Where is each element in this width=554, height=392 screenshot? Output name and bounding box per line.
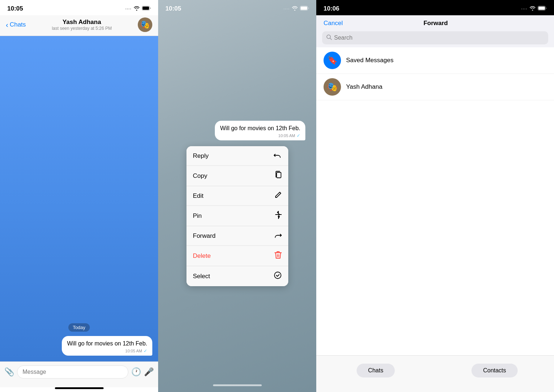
status-time-p3: 10:06 bbox=[324, 5, 339, 12]
date-pill-label: Today bbox=[68, 323, 90, 332]
list-item-yash-adhana[interactable]: 🎭 Yash Adhana bbox=[316, 74, 554, 100]
p3-nav: Cancel Forward bbox=[316, 15, 554, 31]
cancel-button[interactable]: Cancel bbox=[324, 20, 343, 27]
context-menu-delete[interactable]: Delete bbox=[186, 246, 288, 266]
contacts-tab-label: Contacts bbox=[471, 364, 518, 377]
svg-rect-11 bbox=[538, 7, 545, 10]
p2-read-check-icon: ✓ bbox=[297, 133, 300, 138]
context-menu-copy[interactable]: Copy bbox=[186, 166, 288, 186]
status-bar-p3: 10:06 ···· bbox=[316, 0, 554, 15]
contact-status: last seen yesterday at 5:26 PM bbox=[52, 26, 112, 31]
edit-label: Edit bbox=[193, 192, 204, 200]
svg-rect-1 bbox=[142, 7, 149, 10]
attachment-icon[interactable]: 📎 bbox=[4, 367, 14, 377]
reply-label: Reply bbox=[193, 152, 209, 160]
context-menu-pin[interactable]: Pin bbox=[186, 206, 288, 226]
p2-message-text: Will go for movies on 12th Feb. bbox=[220, 124, 300, 132]
input-bar: 📎 🕐 🎤 bbox=[0, 361, 158, 387]
panel-chat-screen: 10:05 ···· ‹ Chats bbox=[0, 0, 158, 392]
status-time-p1: 10:05 bbox=[7, 5, 23, 12]
battery-icon-p2 bbox=[300, 5, 309, 12]
status-icons-p3: ···· bbox=[521, 5, 547, 12]
select-label: Select bbox=[193, 273, 210, 280]
list-item-saved-messages[interactable]: 🔖 Saved Messages bbox=[316, 47, 554, 74]
forward-icon bbox=[274, 231, 282, 240]
chats-tab-label: Chats bbox=[357, 364, 395, 377]
home-indicator-p1 bbox=[55, 387, 104, 389]
mic-icon[interactable]: 🎤 bbox=[144, 367, 154, 377]
reply-icon bbox=[274, 151, 282, 160]
signal-icon-p2: ···· bbox=[284, 6, 290, 11]
contact-avatar[interactable]: 🎭 bbox=[138, 17, 152, 32]
yash-adhana-name: Yash Adhana bbox=[346, 83, 382, 91]
copy-icon bbox=[274, 171, 282, 181]
status-icons-p2: ···· bbox=[284, 5, 309, 12]
status-bar-p1: 10:05 ···· bbox=[0, 0, 158, 15]
saved-messages-avatar: 🔖 bbox=[324, 52, 341, 69]
back-label[interactable]: Chats bbox=[10, 21, 26, 28]
nav-center: Yash Adhana last seen yesterday at 5:26 … bbox=[52, 19, 112, 31]
saved-messages-name: Saved Messages bbox=[346, 57, 393, 64]
clock-icon[interactable]: 🕐 bbox=[131, 367, 141, 377]
p2-bottom bbox=[158, 384, 316, 392]
status-bar-p2: 10:05 ···· bbox=[158, 0, 316, 15]
svg-point-9 bbox=[274, 272, 281, 279]
pin-label: Pin bbox=[193, 212, 202, 220]
tab-bar: Chats Contacts bbox=[316, 355, 554, 392]
chat-background: Today Will go for movies on 12th Feb. 10… bbox=[0, 36, 158, 361]
forward-list: 🔖 Saved Messages 🎭 Yash Adhana bbox=[316, 47, 554, 355]
delete-icon bbox=[274, 251, 282, 261]
message-bubble[interactable]: Will go for movies on 12th Feb. 10:05 AM… bbox=[62, 336, 152, 356]
svg-rect-3 bbox=[301, 7, 307, 10]
wifi-icon-p2 bbox=[292, 5, 298, 12]
signal-icon-p3: ···· bbox=[521, 6, 527, 11]
date-separator: Today bbox=[6, 323, 152, 332]
forward-title: Forward bbox=[423, 20, 448, 27]
bookmark-icon: 🔖 bbox=[328, 56, 337, 65]
context-menu-reply[interactable]: Reply bbox=[186, 146, 288, 166]
back-chevron-icon: ‹ bbox=[6, 21, 8, 29]
search-input[interactable] bbox=[334, 35, 544, 41]
p2-chat-area: Will go for movies on 12th Feb. 10:05 AM… bbox=[158, 15, 316, 384]
svg-rect-4 bbox=[277, 172, 281, 178]
pin-icon bbox=[275, 211, 282, 221]
panel-context-menu: 10:05 ···· Will go bbox=[158, 0, 316, 392]
panel-forward-screen: 10:06 ···· Cancel Forward bbox=[316, 0, 554, 392]
p2-message-bubble[interactable]: Will go for movies on 12th Feb. 10:05 AM… bbox=[215, 121, 305, 140]
context-menu-edit[interactable]: Edit bbox=[186, 186, 288, 206]
p2-message-meta: 10:05 AM ✓ bbox=[220, 133, 300, 138]
back-button[interactable]: ‹ Chats bbox=[6, 21, 26, 29]
context-menu-select[interactable]: Select bbox=[186, 266, 288, 286]
contact-name: Yash Adhana bbox=[63, 19, 101, 26]
battery-icon-p1 bbox=[142, 5, 151, 12]
yash-avatar-forward: 🎭 bbox=[324, 78, 341, 96]
delete-label: Delete bbox=[193, 252, 211, 260]
message-input[interactable] bbox=[17, 365, 128, 379]
p2-message-timestamp: 10:05 AM bbox=[278, 133, 295, 138]
tab-contacts[interactable]: Contacts bbox=[435, 360, 554, 381]
copy-label: Copy bbox=[193, 172, 208, 180]
message-meta: 10:05 AM ✓ bbox=[67, 348, 147, 353]
message-timestamp: 10:05 AM bbox=[125, 349, 142, 353]
wifi-icon-p1 bbox=[134, 5, 140, 12]
battery-icon-p3 bbox=[538, 5, 547, 12]
search-icon bbox=[326, 35, 332, 41]
forward-label: Forward bbox=[193, 232, 216, 240]
message-text: Will go for movies on 12th Feb. bbox=[67, 340, 147, 348]
search-bar bbox=[322, 31, 548, 44]
context-menu: Reply Copy bbox=[186, 146, 288, 286]
nav-bar-p1: ‹ Chats Yash Adhana last seen yesterday … bbox=[0, 15, 158, 36]
context-menu-forward[interactable]: Forward bbox=[186, 226, 288, 246]
status-time-p2: 10:05 bbox=[165, 5, 181, 12]
home-indicator-p2 bbox=[213, 384, 262, 386]
status-icons-p1: ···· bbox=[125, 5, 151, 12]
signal-icon-p1: ···· bbox=[125, 6, 132, 11]
tab-chats[interactable]: Chats bbox=[316, 360, 435, 381]
svg-line-13 bbox=[330, 38, 332, 40]
wifi-icon-p3 bbox=[530, 5, 535, 12]
edit-icon bbox=[274, 191, 282, 200]
select-icon bbox=[274, 271, 282, 281]
read-check-icon: ✓ bbox=[144, 348, 147, 353]
